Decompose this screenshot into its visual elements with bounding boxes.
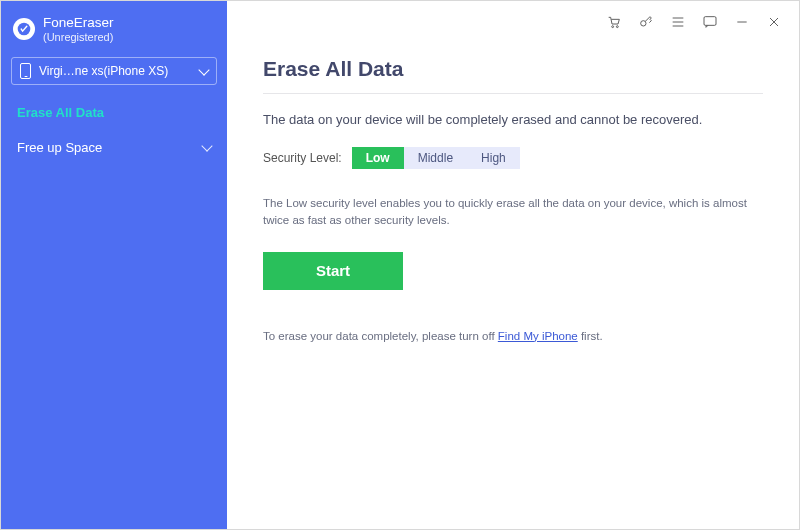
menu-icon[interactable] bbox=[669, 13, 687, 31]
level-description: The Low security level enables you to qu… bbox=[263, 195, 763, 230]
chevron-down-icon bbox=[198, 64, 209, 75]
nav-free-up-space[interactable]: Free up Space bbox=[1, 130, 227, 165]
nav-item-label: Erase All Data bbox=[17, 105, 104, 120]
warning-text: The data on your device will be complete… bbox=[263, 112, 763, 127]
license-status: (Unregistered) bbox=[43, 31, 114, 44]
device-selector[interactable]: Virgi…ne xs(iPhone XS) bbox=[11, 57, 217, 85]
level-low-button[interactable]: Low bbox=[352, 147, 404, 169]
device-label: Virgi…ne xs(iPhone XS) bbox=[39, 64, 192, 78]
brand-block: FoneEraser (Unregistered) bbox=[1, 11, 227, 55]
hint-text-after: first. bbox=[578, 330, 603, 342]
svg-point-3 bbox=[641, 21, 646, 26]
key-icon[interactable] bbox=[637, 13, 655, 31]
nav-item-label: Free up Space bbox=[17, 140, 102, 155]
hint-text-before: To erase your data completely, please tu… bbox=[263, 330, 498, 342]
security-level-segmented: Low Middle High bbox=[352, 147, 520, 169]
app-name: FoneEraser bbox=[43, 15, 114, 31]
app-logo-icon bbox=[13, 18, 35, 40]
minimize-button[interactable] bbox=[733, 13, 751, 31]
svg-point-2 bbox=[616, 26, 618, 28]
security-level-row: Security Level: Low Middle High bbox=[263, 147, 763, 169]
feedback-icon[interactable] bbox=[701, 13, 719, 31]
start-button[interactable]: Start bbox=[263, 252, 403, 290]
security-level-label: Security Level: bbox=[263, 151, 342, 165]
phone-icon bbox=[20, 63, 31, 79]
svg-rect-4 bbox=[704, 17, 716, 26]
app-window: FoneEraser (Unregistered) Virgi…ne xs(iP… bbox=[0, 0, 800, 530]
level-high-button[interactable]: High bbox=[467, 147, 520, 169]
svg-point-1 bbox=[612, 26, 614, 28]
level-middle-button[interactable]: Middle bbox=[404, 147, 467, 169]
cart-icon[interactable] bbox=[605, 13, 623, 31]
page-title: Erase All Data bbox=[263, 57, 763, 93]
nav-erase-all-data[interactable]: Erase All Data bbox=[1, 95, 227, 130]
chevron-down-icon bbox=[201, 140, 212, 151]
divider bbox=[263, 93, 763, 94]
find-my-iphone-link[interactable]: Find My iPhone bbox=[498, 330, 578, 342]
close-button[interactable] bbox=[765, 13, 783, 31]
sidebar: FoneEraser (Unregistered) Virgi…ne xs(iP… bbox=[1, 1, 227, 529]
find-my-iphone-hint: To erase your data completely, please tu… bbox=[263, 330, 763, 342]
main-panel: Erase All Data The data on your device w… bbox=[227, 1, 799, 529]
titlebar bbox=[589, 1, 799, 43]
